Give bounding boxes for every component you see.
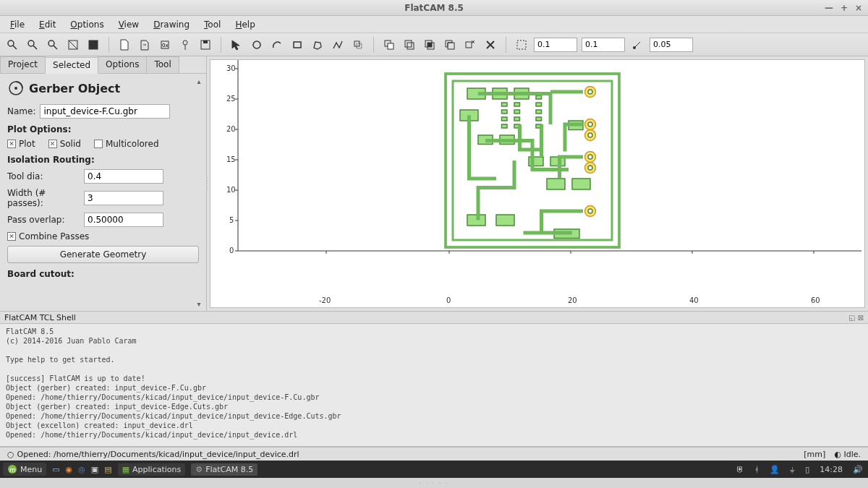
svg-line-34 xyxy=(634,42,640,48)
snap-dist-input[interactable] xyxy=(650,38,693,52)
cut-path-icon[interactable] xyxy=(462,37,478,53)
save-project-icon[interactable] xyxy=(197,37,213,53)
clear-plot-icon[interactable] xyxy=(65,37,81,53)
toolbar-separator xyxy=(506,37,506,53)
zoom-fit-icon[interactable] xyxy=(4,37,20,53)
svg-line-5 xyxy=(54,46,57,49)
menu-view[interactable]: View xyxy=(113,18,145,31)
zoom-in-icon[interactable] xyxy=(25,37,41,53)
svg-line-1 xyxy=(13,46,17,49)
isolation-label: Isolation Routing: xyxy=(7,155,199,165)
multicolored-checkbox[interactable]: Multicolored xyxy=(94,139,159,149)
open-gerber-icon[interactable] xyxy=(137,37,153,53)
svg-rect-14 xyxy=(203,40,208,43)
files-icon[interactable]: ▤ xyxy=(104,465,111,474)
subtract-icon[interactable] xyxy=(442,37,458,53)
svg-rect-69 xyxy=(502,117,508,121)
scroll-up-icon[interactable]: ▴ xyxy=(195,77,203,85)
wifi-icon[interactable]: ⏚ xyxy=(790,465,795,474)
splitter-dots-icon[interactable]: · · · · · xyxy=(420,480,449,487)
delete-icon[interactable] xyxy=(482,37,498,53)
os-taskbar: m Menu ▭ ◉ ◎ ▣ ▤ ▦Applications ⚙FlatCAM … xyxy=(0,461,868,478)
solid-checkbox[interactable]: Solid xyxy=(48,139,81,149)
menu-bar: File Edit Options View Drawing Tool Help xyxy=(0,16,868,33)
thunderbird-icon[interactable]: ◎ xyxy=(78,465,85,474)
union-icon[interactable] xyxy=(401,37,417,53)
combine-checkbox[interactable]: Combine Passes xyxy=(7,231,89,241)
svg-text:m: m xyxy=(9,466,16,474)
draw-rect-icon[interactable] xyxy=(289,37,305,53)
svg-rect-26 xyxy=(448,43,454,49)
menu-drawing[interactable]: Drawing xyxy=(148,18,195,31)
grid-x-input[interactable] xyxy=(534,38,577,52)
left-sidebar: Project Selected Options Tool ▴ Gerber O… xyxy=(0,56,207,311)
shell-body[interactable]: FlatCAM 8.5 (c) 2014-2016 Juan Pablo Car… xyxy=(0,324,868,447)
shell-title: FlatCAM TCL Shell xyxy=(4,313,76,322)
draw-arc-icon[interactable] xyxy=(269,37,285,53)
shield-icon[interactable]: ⛨ xyxy=(736,465,744,474)
draw-polygon-icon[interactable] xyxy=(310,37,326,53)
plot-canvas[interactable]: 30 25 20 15 10 5 0 -20 0 20 40 60 xyxy=(210,59,865,308)
open-gcode-icon[interactable] xyxy=(177,37,193,53)
generate-geometry-button[interactable]: Generate Geometry xyxy=(7,246,199,263)
grid-y-input[interactable] xyxy=(582,38,625,52)
svg-rect-77 xyxy=(536,110,542,114)
new-file-icon[interactable] xyxy=(116,37,132,53)
select-tool-icon[interactable] xyxy=(229,37,244,53)
close-button[interactable]: × xyxy=(855,3,862,13)
svg-rect-68 xyxy=(502,110,508,114)
svg-rect-16 xyxy=(294,42,301,48)
name-input[interactable] xyxy=(40,104,170,119)
svg-point-85 xyxy=(588,133,592,137)
move-tool-icon[interactable] xyxy=(350,37,366,53)
volume-icon[interactable]: 🔊 xyxy=(853,465,863,474)
plot-checkbox[interactable]: Plot xyxy=(7,139,35,149)
status-icon: ○ xyxy=(7,450,14,459)
tool-dia-input[interactable] xyxy=(84,169,163,184)
plot-options-label: Plot Options: xyxy=(7,124,199,134)
overlap-label: Pass overlap: xyxy=(7,215,80,225)
open-excellon-icon[interactable]: 0x xyxy=(157,37,173,53)
intersection-icon[interactable] xyxy=(422,37,438,53)
zoom-out-icon[interactable] xyxy=(45,37,61,53)
menu-file[interactable]: File xyxy=(4,18,30,31)
corner-snap-icon[interactable] xyxy=(629,37,645,53)
maximize-button[interactable]: + xyxy=(841,3,848,13)
draw-path-icon[interactable] xyxy=(330,37,346,53)
pcb-plot xyxy=(442,70,623,251)
svg-rect-75 xyxy=(536,95,542,99)
menu-help[interactable]: Help xyxy=(229,18,260,31)
svg-rect-76 xyxy=(536,103,542,106)
menu-options[interactable]: Options xyxy=(64,18,109,31)
minimize-button[interactable]: — xyxy=(825,3,833,13)
replot-icon[interactable] xyxy=(85,37,101,53)
mint-logo-icon: m xyxy=(7,464,17,474)
splitter-handle-icon[interactable]: ····· xyxy=(207,176,208,191)
taskbar-menu-button[interactable]: m Menu xyxy=(3,463,46,476)
shell-window-controls[interactable]: ◱ ⊠ xyxy=(848,314,864,322)
show-desktop-icon[interactable]: ▭ xyxy=(52,465,59,474)
selected-panel: Gerber Object Name: Plot Options: Plot S… xyxy=(0,74,206,311)
taskbar-applications[interactable]: ▦Applications xyxy=(118,463,186,476)
scroll-down-icon[interactable]: ▾ xyxy=(195,299,203,308)
tab-tool[interactable]: Tool xyxy=(146,56,179,73)
bluetooth-icon[interactable]: ᚼ xyxy=(754,465,760,474)
clock[interactable]: 14:28 xyxy=(820,465,843,474)
svg-point-83 xyxy=(588,122,592,127)
draw-circle-icon[interactable] xyxy=(249,37,265,53)
grid-snap-icon[interactable] xyxy=(514,37,529,53)
taskbar-flatcam[interactable]: ⚙FlatCAM 8.5 xyxy=(191,463,258,476)
copy-icon[interactable] xyxy=(381,37,397,53)
window-titlebar: FlatCAM 8.5 — + × xyxy=(0,0,868,16)
menu-edit[interactable]: Edit xyxy=(33,18,61,31)
user-icon[interactable]: 👤 xyxy=(770,465,780,474)
overlap-input[interactable] xyxy=(84,213,163,227)
menu-tool[interactable]: Tool xyxy=(198,18,226,31)
tab-options[interactable]: Options xyxy=(98,56,147,73)
terminal-icon[interactable]: ▣ xyxy=(91,465,98,474)
tab-project[interactable]: Project xyxy=(0,56,46,73)
firefox-icon[interactable]: ◉ xyxy=(66,465,73,474)
tab-selected[interactable]: Selected xyxy=(45,57,98,74)
width-input[interactable] xyxy=(84,191,163,205)
battery-icon[interactable]: ▯ xyxy=(805,465,809,474)
